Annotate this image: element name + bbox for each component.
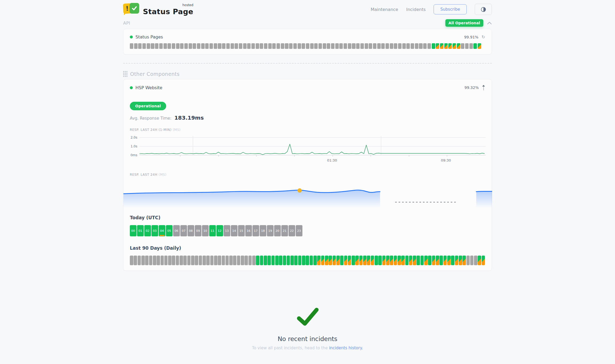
uptime-bar[interactable] — [155, 43, 158, 49]
uptime-bar[interactable] — [201, 43, 205, 49]
daily-uptime-bar[interactable] — [260, 256, 263, 265]
daily-uptime-bar[interactable] — [352, 256, 355, 265]
hour-block[interactable]: 02 — [144, 225, 151, 236]
uptime-bar[interactable] — [440, 43, 443, 49]
uptime-bar[interactable] — [360, 43, 364, 49]
daily-uptime-bar[interactable] — [241, 256, 244, 265]
hour-block[interactable]: 18 — [260, 225, 266, 236]
uptime-bar[interactable] — [218, 43, 221, 49]
daily-uptime-bar[interactable] — [371, 256, 374, 265]
uptime-bar[interactable] — [205, 43, 209, 49]
uptime-bar[interactable] — [293, 43, 297, 49]
daily-uptime-bar[interactable] — [264, 256, 267, 265]
daily-uptime-bar[interactable] — [271, 256, 275, 265]
uptime-bar[interactable] — [444, 43, 448, 49]
daily-uptime-bar[interactable] — [302, 256, 305, 265]
uptime-bar[interactable] — [243, 43, 247, 49]
daily-uptime-bar[interactable] — [310, 256, 313, 265]
daily-uptime-bar[interactable] — [199, 256, 202, 265]
uptime-bar[interactable] — [285, 43, 288, 49]
uptime-bar[interactable] — [473, 43, 477, 49]
hour-block[interactable]: 21 — [281, 225, 288, 236]
daily-uptime-bar[interactable] — [203, 256, 206, 265]
daily-uptime-bar[interactable] — [394, 256, 397, 265]
hour-block[interactable]: 08 — [188, 225, 194, 236]
uptime-bar[interactable] — [302, 43, 305, 49]
uptime-bar[interactable] — [272, 43, 276, 49]
daily-uptime-bar[interactable] — [130, 256, 133, 265]
uptime-bar[interactable] — [394, 43, 397, 49]
uptime-bar[interactable] — [306, 43, 309, 49]
daily-uptime-bar[interactable] — [153, 256, 156, 265]
uptime-bar[interactable] — [298, 43, 301, 49]
daily-uptime-bar[interactable] — [443, 256, 447, 265]
daily-uptime-bar[interactable] — [474, 256, 477, 265]
uptime-bar[interactable] — [453, 43, 456, 49]
daily-uptime-bar[interactable] — [290, 256, 294, 265]
uptime-bar[interactable] — [432, 43, 435, 49]
uptime-bar[interactable] — [327, 43, 330, 49]
subscribe-button[interactable]: Subscribe — [434, 4, 467, 14]
daily-uptime-bar[interactable] — [317, 256, 321, 265]
daily-uptime-bar[interactable] — [306, 256, 309, 265]
daily-uptime-bar[interactable] — [390, 256, 393, 265]
uptime-bar[interactable] — [142, 43, 146, 49]
uptime-bar[interactable] — [406, 43, 410, 49]
daily-uptime-bar[interactable] — [206, 256, 210, 265]
uptime-bar[interactable] — [130, 43, 133, 49]
hour-block[interactable]: 00 — [130, 225, 137, 236]
uptime-bar[interactable] — [260, 43, 263, 49]
daily-uptime-bar[interactable] — [275, 256, 279, 265]
daily-uptime-bar[interactable] — [447, 256, 451, 265]
refresh-icon[interactable]: ↻ — [482, 34, 485, 40]
daily-uptime-bar[interactable] — [225, 256, 229, 265]
uptime-bar[interactable] — [469, 43, 473, 49]
uptime-bar[interactable] — [339, 43, 343, 49]
hour-block[interactable]: 13 — [224, 225, 230, 236]
uptime-bar[interactable] — [415, 43, 418, 49]
hour-block[interactable]: 14 — [231, 225, 238, 236]
uptime-bar[interactable] — [478, 43, 481, 49]
daily-uptime-bar[interactable] — [149, 256, 153, 265]
uptime-bar[interactable] — [226, 43, 230, 49]
uptime-bar[interactable] — [147, 43, 150, 49]
uptime-bar[interactable] — [176, 43, 180, 49]
uptime-bar[interactable] — [344, 43, 347, 49]
uptime-bar[interactable] — [348, 43, 351, 49]
uptime-bar[interactable] — [314, 43, 318, 49]
uptime-bar[interactable] — [289, 43, 293, 49]
daily-uptime-bar[interactable] — [183, 256, 187, 265]
hour-block[interactable]: 22 — [289, 225, 295, 236]
uptime-bar[interactable] — [189, 43, 192, 49]
uptime-bar[interactable] — [369, 43, 372, 49]
incidents-history-link[interactable]: incidents history. — [329, 346, 363, 350]
uptime-bar[interactable] — [457, 43, 460, 49]
hour-block[interactable]: 12 — [216, 225, 223, 236]
daily-uptime-bar[interactable] — [417, 256, 420, 265]
daily-uptime-bar[interactable] — [344, 256, 348, 265]
response-time-area-chart[interactable] — [123, 179, 492, 208]
daily-uptime-bar[interactable] — [180, 256, 183, 265]
uptime-bar[interactable] — [352, 43, 355, 49]
hour-block[interactable]: 20 — [274, 225, 281, 236]
hour-block[interactable]: 09 — [195, 225, 201, 236]
daily-uptime-bar[interactable] — [329, 256, 332, 265]
hour-block[interactable]: 11 — [209, 225, 216, 236]
daily-uptime-bar[interactable] — [340, 256, 344, 265]
hour-block[interactable]: 23 — [296, 225, 302, 236]
uptime-bar[interactable] — [134, 43, 138, 49]
hour-block[interactable]: 01 — [137, 225, 144, 236]
uptime-bar[interactable] — [264, 43, 267, 49]
uptime-bar[interactable] — [268, 43, 272, 49]
hour-block[interactable]: 15 — [238, 225, 245, 236]
uptime-bar[interactable] — [239, 43, 242, 49]
daily-uptime-bar[interactable] — [348, 256, 351, 265]
uptime-bar[interactable] — [411, 43, 414, 49]
uptime-bar[interactable] — [251, 43, 255, 49]
uptime-bar[interactable] — [365, 43, 368, 49]
uptime-bar[interactable] — [402, 43, 406, 49]
daily-uptime-bar[interactable] — [436, 256, 439, 265]
theme-toggle-button[interactable] — [475, 4, 492, 15]
hour-block[interactable]: 03 — [151, 225, 158, 236]
daily-uptime-bar[interactable] — [252, 256, 256, 265]
